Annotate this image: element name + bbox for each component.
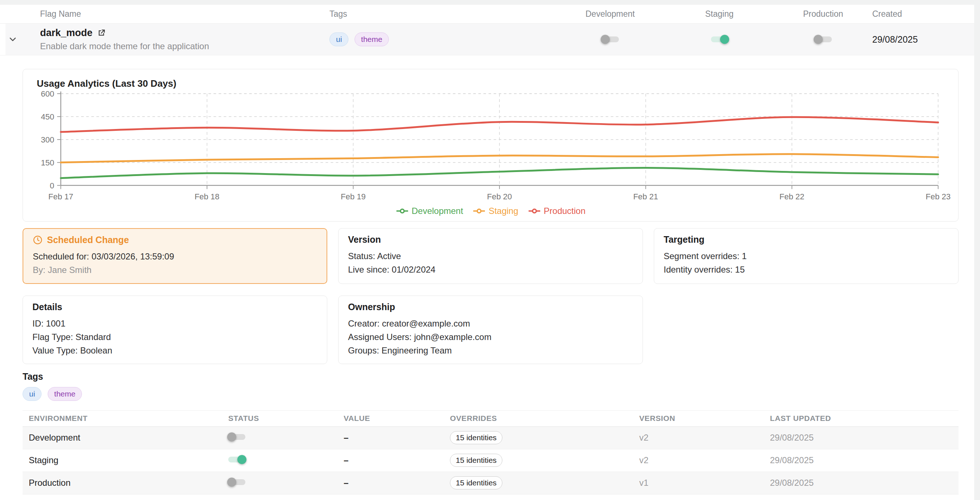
flag-detail-panel: Flag Name Tags Development Staging Produ…: [0, 5, 974, 500]
targeting-card-title: Targeting: [663, 234, 949, 245]
production-toggle[interactable]: [815, 37, 832, 42]
flag-row: dark_mode Enable dark mode theme for the…: [0, 24, 974, 55]
chart-legend: DevelopmentStagingProduction: [32, 204, 949, 217]
env-value: –: [337, 433, 444, 443]
env-last-updated: 29/08/2025: [764, 433, 959, 443]
env-header-value: VALUE: [337, 414, 444, 423]
development-toggle-cell: [555, 37, 665, 42]
svg-text:300: 300: [41, 135, 54, 144]
env-header-last-updated: LAST UPDATED: [764, 414, 959, 423]
header-flag-name: Flag Name: [25, 9, 329, 19]
ownership-card: Ownership Creator: creator@example.com A…: [338, 296, 643, 364]
env-header-version: VERSION: [633, 414, 764, 423]
env-version: v2: [633, 433, 764, 443]
env-overrides-cell: 15 identities: [444, 431, 633, 444]
env-value: –: [337, 478, 444, 488]
flag-tags-cell: ui theme: [329, 32, 555, 46]
env-version: v1: [633, 478, 764, 488]
toggle-knob: [237, 455, 247, 464]
ownership-card-title: Ownership: [348, 302, 633, 312]
info-cards-grid: Scheduled Change Scheduled for: 03/03/20…: [22, 228, 959, 364]
version-card-title: Version: [348, 234, 633, 245]
usage-analytics-card: Usage Analytics (Last 30 Days) 015030045…: [22, 69, 959, 222]
toggle-knob: [814, 35, 823, 44]
identities-pill[interactable]: 15 identities: [450, 431, 503, 444]
staging-toggle[interactable]: [711, 37, 728, 42]
env-status-cell: [222, 434, 337, 441]
production-toggle-cell: [774, 37, 872, 42]
svg-text:Feb 23: Feb 23: [926, 192, 950, 201]
version-live-since: Live since: 01/02/2024: [348, 263, 633, 276]
table-row-staging: Staging – 15 identities v2 29/08/2025: [22, 449, 959, 472]
expand-collapse-button[interactable]: [0, 34, 25, 45]
flag-name: dark_mode: [40, 27, 92, 38]
scheduled-for: Scheduled for: 03/03/2026, 13:59:09: [33, 250, 317, 263]
toggle-knob: [227, 433, 236, 442]
tags-section-title: Tags: [22, 371, 959, 382]
env-value: –: [337, 455, 444, 465]
toggle-knob: [601, 35, 610, 44]
details-card: Details ID: 1001 Flag Type: Standard Val…: [22, 296, 327, 364]
svg-text:Feb 17: Feb 17: [48, 192, 73, 201]
flag-table-header: Flag Name Tags Development Staging Produ…: [0, 5, 974, 24]
env-header-status: STATUS: [222, 414, 337, 423]
env-header-overrides: OVERRIDES: [444, 414, 633, 423]
header-staging: Staging: [665, 9, 774, 19]
scheduled-by: By: Jane Smith: [33, 263, 317, 276]
toggle-knob: [227, 478, 236, 487]
environment-table: ENVIRONMENT STATUS VALUE OVERRIDES VERSI…: [22, 411, 959, 495]
usage-analytics-chart: 0150300450600Feb 17Feb 18Feb 19Feb 20Feb…: [32, 91, 949, 204]
identities-pill[interactable]: 15 identities: [450, 454, 503, 467]
production-status-toggle[interactable]: [228, 479, 245, 485]
created-date: 29/08/2025: [872, 34, 974, 45]
header-created: Created: [872, 9, 974, 19]
scheduled-change-card: Scheduled Change Scheduled for: 03/03/20…: [22, 228, 327, 284]
development-toggle[interactable]: [602, 37, 619, 42]
legend-label: Staging: [488, 206, 518, 216]
identity-overrides: Identity overrides: 15: [663, 263, 949, 276]
targeting-card: Targeting Segment overrides: 1 Identity …: [654, 228, 959, 284]
legend-label: Production: [544, 206, 586, 216]
legend-marker-icon: [473, 208, 486, 214]
header-tags: Tags: [329, 9, 555, 19]
svg-text:150: 150: [41, 158, 54, 167]
tags-section: Tags ui theme: [22, 371, 959, 401]
scheduled-change-title: Scheduled Change: [47, 235, 129, 245]
open-flag-link[interactable]: [97, 29, 106, 38]
ownership-creator: Creator: creator@example.com: [348, 317, 633, 330]
ownership-assigned-users: Assigned Users: john@example.com: [348, 330, 633, 343]
legend-marker-icon: [396, 208, 409, 214]
flag-type: Flag Type: Standard: [32, 330, 317, 343]
ownership-groups: Groups: Engineering Team: [348, 343, 633, 357]
svg-text:Feb 22: Feb 22: [780, 192, 804, 201]
tag-ui[interactable]: ui: [22, 387, 41, 401]
env-last-updated: 29/08/2025: [764, 455, 959, 465]
legend-label: Development: [412, 206, 463, 216]
staging-status-toggle[interactable]: [228, 457, 245, 462]
legend-marker-icon: [528, 208, 541, 214]
flag-name-cell: dark_mode Enable dark mode theme for the…: [25, 27, 329, 51]
development-status-toggle[interactable]: [228, 434, 245, 440]
legend-item-development[interactable]: Development: [396, 206, 463, 216]
header-production: Production: [774, 9, 872, 19]
env-name: Production: [22, 478, 222, 488]
environment-table-header: ENVIRONMENT STATUS VALUE OVERRIDES VERSI…: [22, 411, 959, 427]
identities-pill[interactable]: 15 identities: [450, 476, 503, 489]
svg-text:600: 600: [41, 89, 54, 98]
legend-item-staging[interactable]: Staging: [473, 206, 518, 216]
table-row-production: Production – 15 identities v1 29/08/2025: [22, 472, 959, 495]
staging-toggle-cell: [665, 37, 774, 42]
env-status-cell: [222, 457, 337, 464]
tag-ui[interactable]: ui: [329, 32, 348, 46]
env-overrides-cell: 15 identities: [444, 476, 633, 489]
tag-theme[interactable]: theme: [355, 32, 389, 46]
legend-item-production[interactable]: Production: [528, 206, 586, 216]
value-type: Value Type: Boolean: [32, 343, 317, 357]
version-card: Version Status: Active Live since: 01/02…: [338, 228, 643, 284]
env-name: Development: [22, 433, 222, 443]
flag-id: ID: 1001: [32, 317, 317, 330]
table-row-development: Development – 15 identities v2 29/08/202…: [22, 427, 959, 449]
env-header-environment: ENVIRONMENT: [22, 414, 222, 423]
env-version: v2: [633, 455, 764, 465]
tag-theme[interactable]: theme: [48, 387, 82, 401]
